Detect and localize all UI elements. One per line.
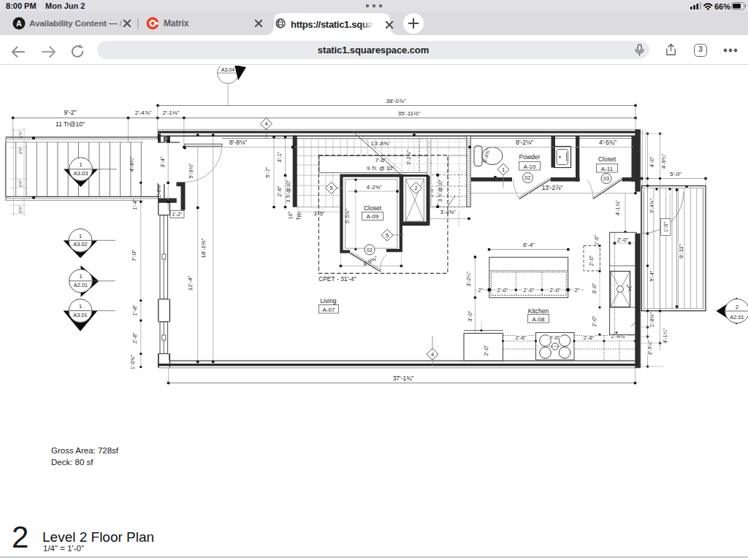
svg-text:3'-2¼": 3'-2¼" [406,150,411,165]
svg-text:3'-0": 3'-0" [467,310,473,321]
svg-text:8'-8⅛": 8'-8⅛" [229,139,247,146]
svg-text:A: A [16,19,22,28]
svg-text:2": 2" [575,287,580,294]
svg-text:Kitchen: Kitchen [528,307,549,315]
svg-text:4: 4 [264,120,267,127]
svg-text:3'-0": 3'-0" [591,283,598,294]
svg-text:2'-5¼": 2'-5¼" [647,340,652,355]
svg-text:CPET - 31'-4": CPET - 31'-4" [318,275,356,283]
svg-text:13'-2⅞": 13'-2⅞" [542,184,563,191]
svg-text:Typ.: Typ. [296,210,302,220]
svg-text:12'-4": 12'-4" [187,276,194,291]
svg-text:1'-2": 1'-2" [172,212,183,217]
svg-text:7'-0": 7'-0" [131,250,137,261]
svg-text:Powder: Powder [519,153,541,161]
svg-text:A-10: A-10 [524,164,536,170]
svg-text:2": 2" [478,287,484,294]
svg-text:A3.04: A3.04 [221,67,234,72]
svg-text:4'-4¾": 4'-4¾" [129,156,135,172]
svg-text:3'-2¼": 3'-2¼" [465,271,472,287]
svg-text:2'-6": 2'-6" [584,334,595,341]
svg-text:1: 1 [502,166,505,173]
svg-text:4'-0": 4'-0" [649,156,655,167]
svg-text:Closet: Closet [598,156,617,163]
svg-text:3'-1": 3'-1" [276,151,283,162]
svg-text:11": 11" [156,134,161,139]
svg-text:Living: Living [320,297,336,304]
svg-text:4: 4 [431,351,434,358]
svg-text:9'-2": 9'-2" [64,109,77,116]
svg-text:18'-1½": 18'-1½" [200,238,207,258]
svg-text:2'-0": 2'-0" [588,255,595,266]
svg-text:9'-11": 9'-11" [678,244,684,258]
svg-text:1'-6⅜": 1'-6⅜" [156,183,161,198]
svg-text:8'-2⅛": 8'-2⅛" [516,139,533,146]
svg-text:2'-0": 2'-0" [524,287,535,294]
svg-text:A-08: A-08 [533,316,545,323]
svg-text:5'-4": 5'-4" [649,270,655,281]
svg-text:5: 5 [386,232,389,239]
svg-text:35'-11½": 35'-11½" [398,110,421,117]
svg-text:1: 1 [80,161,83,168]
svg-text:A3.01: A3.01 [73,312,88,318]
svg-text:03: 03 [603,176,609,181]
svg-text:1½": 1½" [18,131,23,139]
svg-text:5'-9½": 5'-9½" [188,163,194,179]
svg-text:3'-4": 3'-4" [159,156,166,167]
svg-text:A3.02: A3.02 [73,241,88,248]
svg-text:5'-7": 5'-7" [264,166,271,177]
svg-text:Closet: Closet [364,204,382,212]
svg-text:1'-0⅜": 1'-0⅜" [130,355,135,369]
svg-text:3 Tr.@10": 3 Tr.@10" [286,180,291,203]
svg-text:1'-0": 1'-0" [663,222,668,232]
svg-text:5'-5⅝": 5'-5⅝" [345,209,350,223]
svg-text:A2.01: A2.01 [74,282,88,288]
svg-text:2'-0": 2'-0" [483,345,489,356]
svg-text:1'-8": 1'-8" [131,304,138,315]
svg-text:1½": 1½" [18,180,23,188]
svg-text:2: 2 [736,304,739,310]
svg-text:02: 02 [525,175,531,180]
svg-text:5'-0": 5'-0" [670,171,682,177]
svg-text:66%: 66% [714,2,730,11]
svg-text:2'-6": 2'-6" [276,185,283,196]
svg-text:2'-0": 2'-0" [617,237,628,243]
svg-text:4'-1⅞": 4'-1⅞" [614,200,621,216]
svg-text:4'-2⅝": 4'-2⅝" [366,184,382,191]
svg-text:10": 10" [288,211,293,219]
svg-text:1: 1 [79,273,82,280]
svg-text:A-07: A-07 [323,307,335,313]
svg-text:11 Tr@10": 11 Tr@10" [56,120,85,128]
svg-text:A2.01: A2.01 [730,314,744,321]
svg-text:2'-0": 2'-0" [591,315,598,326]
svg-text:02: 02 [367,248,373,253]
svg-text:1½": 1½" [18,147,23,155]
svg-text:1'-0": 1'-0" [594,235,599,245]
svg-text:1: 1 [79,303,82,310]
svg-text:1: 1 [79,233,82,239]
svg-text:2'-0": 2'-0" [550,287,561,294]
svg-text:6'-4": 6'-4" [523,242,535,248]
svg-text:37'-1¾": 37'-1¾" [393,375,414,382]
svg-text:3'-0": 3'-0" [549,334,560,341]
svg-text:Deck: 80 sf: Deck: 80 sf [51,458,94,467]
svg-text:4'-1¼": 4'-1¼" [662,328,668,344]
svg-text:2'-4⅞": 2'-4⅞" [135,110,152,116]
svg-text:A-11: A-11 [601,166,614,172]
svg-text:A-09: A-09 [367,213,379,220]
svg-text:◈: ◈ [615,330,618,334]
svg-text:2'-8": 2'-8" [131,332,138,343]
svg-text:4'-9¾": 4'-9¾" [660,153,667,169]
svg-text:13'-8⅝": 13'-8⅝" [370,140,390,147]
svg-text:1½": 1½" [18,206,23,214]
svg-text:1'-8⅝": 1'-8⅝" [649,312,654,327]
svg-text:3'-5": 3'-5" [314,210,325,217]
svg-text:2: 2 [414,185,417,191]
svg-text:2'-6": 2'-6" [516,334,527,341]
svg-text:38'-0⅞": 38'-0⅞" [386,98,405,104]
svg-text:4'-5¾": 4'-5¾" [599,139,617,146]
svg-text:Gross Area: 728sf: Gross Area: 728sf [51,446,119,455]
svg-text:2'-1⅛": 2'-1⅛" [163,110,180,116]
svg-text:5: 5 [329,185,332,191]
svg-text:1'-4": 1'-4" [131,199,138,210]
